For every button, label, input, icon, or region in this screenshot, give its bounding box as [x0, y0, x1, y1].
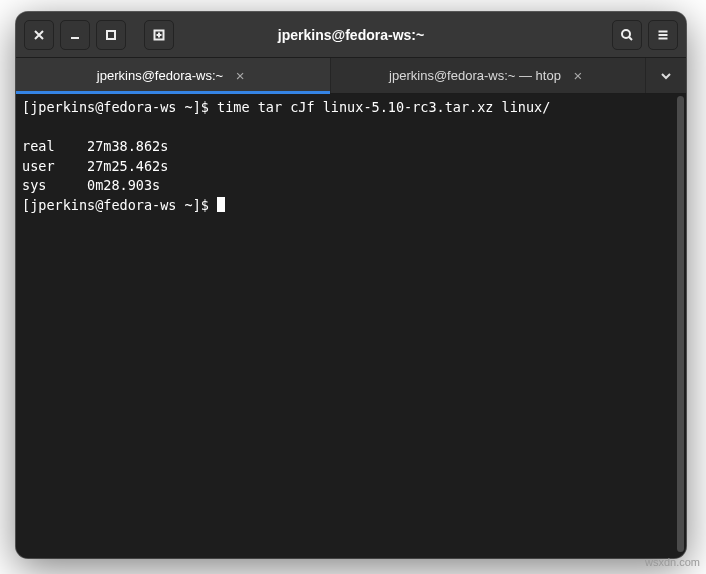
terminal-content[interactable]: [jperkins@fedora-ws ~]$ time tar cJf lin…	[16, 94, 686, 558]
close-icon: ×	[236, 67, 245, 84]
scrollbar[interactable]	[677, 96, 684, 552]
tab-label: jperkins@fedora-ws:~	[97, 68, 223, 83]
tab-bar: jperkins@fedora-ws:~ × jperkins@fedora-w…	[16, 58, 686, 94]
new-tab-button[interactable]	[144, 20, 174, 50]
search-button[interactable]	[612, 20, 642, 50]
new-tab-icon	[152, 28, 166, 42]
svg-rect-0	[107, 31, 115, 39]
tab-close-button[interactable]: ×	[231, 67, 249, 85]
tab-close-button[interactable]: ×	[569, 67, 587, 85]
output-line: sys 0m28.903s	[22, 177, 160, 193]
minimize-window-button[interactable]	[60, 20, 90, 50]
chevron-down-icon	[659, 69, 673, 83]
prompt: [jperkins@fedora-ws ~]$	[22, 197, 217, 213]
maximize-window-button[interactable]	[96, 20, 126, 50]
tab-label: jperkins@fedora-ws:~ — htop	[389, 68, 561, 83]
search-icon	[620, 28, 634, 42]
minimize-icon	[68, 28, 82, 42]
output-line: user 27m25.462s	[22, 158, 168, 174]
close-window-button[interactable]	[24, 20, 54, 50]
tab-1[interactable]: jperkins@fedora-ws:~ ×	[16, 58, 331, 93]
close-icon	[32, 28, 46, 42]
maximize-icon	[104, 28, 118, 42]
tab-2[interactable]: jperkins@fedora-ws:~ — htop ×	[331, 58, 646, 93]
prompt: [jperkins@fedora-ws ~]$	[22, 99, 217, 115]
titlebar: jperkins@fedora-ws:~	[16, 12, 686, 58]
menu-button[interactable]	[648, 20, 678, 50]
command-text: time tar cJf linux-5.10-rc3.tar.xz linux…	[217, 99, 550, 115]
watermark: wsxdn.com	[645, 556, 700, 568]
hamburger-icon	[656, 28, 670, 42]
output-line: real 27m38.862s	[22, 138, 168, 154]
cursor-block	[217, 197, 225, 212]
tab-dropdown-button[interactable]	[646, 58, 686, 93]
terminal-window: jperkins@fedora-ws:~ jperkins@fedora-ws:…	[16, 12, 686, 558]
close-icon: ×	[574, 67, 583, 84]
svg-point-2	[622, 30, 630, 38]
